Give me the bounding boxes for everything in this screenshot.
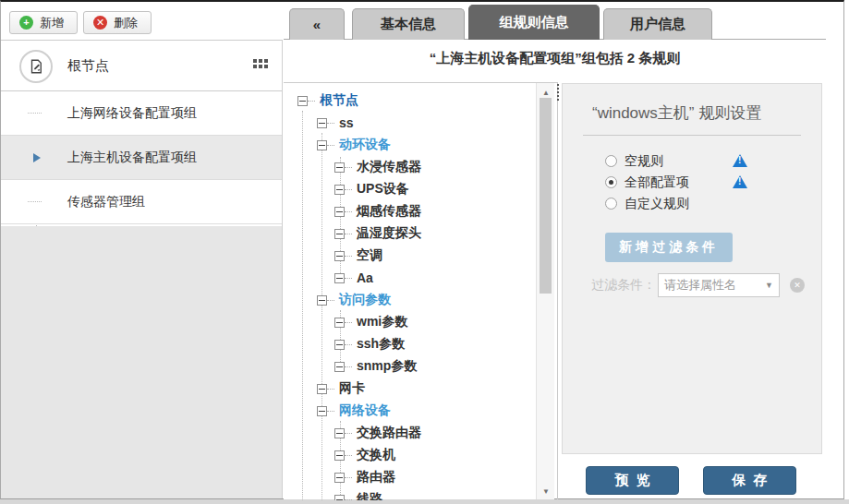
radio-icon[interactable]: [605, 155, 617, 167]
tab-user-info[interactable]: 用户信息: [603, 8, 712, 40]
tree-stub: [28, 113, 42, 114]
tab-basic-info[interactable]: 基本信息: [352, 8, 465, 40]
tab-label: 用户信息: [630, 16, 685, 33]
warning-triangle-icon: [733, 175, 747, 188]
tree-node-aircon[interactable]: 空调: [284, 245, 536, 267]
tree-stub: [28, 201, 42, 202]
tree-node-access-params[interactable]: 访问参数: [284, 289, 536, 311]
radio-icon[interactable]: [605, 198, 617, 210]
sidebar-item-label: 上海主机设备配置项组: [67, 150, 197, 166]
collapse-box-icon[interactable]: [297, 96, 308, 106]
delete-button[interactable]: ✕ 删除: [83, 11, 152, 34]
screen: + 新增 ✕ 删除 根节点: [0, 0, 849, 504]
tree-node-ups[interactable]: UPS设备: [284, 178, 536, 200]
collapse-box-icon[interactable]: [317, 295, 327, 306]
grid-menu-icon[interactable]: [253, 59, 269, 69]
option-empty-rule[interactable]: 空规则: [605, 150, 762, 172]
ci-tree-panel: 根节点 ss 动环设备 水浸传感器 UPS设备 烟感传感器 温湿度探头 空调 A…: [284, 83, 536, 500]
radio-selected-icon[interactable]: [605, 176, 617, 188]
tab-label: 基本信息: [381, 16, 436, 33]
plus-icon: +: [19, 16, 33, 30]
root-node-label: 根节点: [67, 57, 109, 75]
collapse-box-icon[interactable]: [317, 140, 327, 150]
tree-node-root[interactable]: 根节点: [284, 90, 536, 112]
option-custom-rule[interactable]: 自定义规则: [605, 193, 762, 214]
toolbar: + 新增 ✕ 删除: [1, 2, 283, 40]
caret-down-icon: ▼: [765, 281, 773, 290]
edit-document-icon: [19, 50, 53, 83]
select-placeholder: 请选择属性名: [664, 277, 736, 294]
tree-node-temp-humidity[interactable]: 温湿度探头: [284, 222, 536, 245]
rule-title-underline: “windows主机” 规则设置: [583, 102, 801, 136]
save-button[interactable]: 保存: [703, 466, 796, 495]
collapse-box-icon[interactable]: [334, 362, 345, 372]
collapse-box-icon[interactable]: [334, 162, 345, 173]
option-all-config-items[interactable]: 全部配置项: [605, 172, 762, 193]
scrollbar-thumb[interactable]: [540, 98, 552, 294]
group-sidebar: 根节点 上海网络设备配置项组 上海主机设备配置项组 传感器管理组: [1, 40, 283, 498]
delete-button-label: 删除: [114, 15, 138, 31]
rule-settings-title: “windows主机” 规则设置: [592, 102, 799, 135]
collapse-box-icon[interactable]: [317, 118, 327, 128]
collapse-box-icon[interactable]: [334, 495, 345, 501]
scroll-down-icon[interactable]: ▼: [537, 484, 555, 498]
sidebar-item-label: 传感器管理组: [67, 194, 145, 210]
collapse-box-icon[interactable]: [334, 229, 345, 239]
filter-condition-row: 过滤条件： 请选择属性名 ▼ ✕: [591, 273, 821, 297]
add-button-label: 新增: [40, 15, 64, 31]
sidebar-item-label: 上海网络设备配置项组: [67, 105, 197, 122]
sidebar-item-network-group[interactable]: 上海网络设备配置项组: [1, 91, 282, 136]
tree-node-nic[interactable]: 网卡: [284, 378, 536, 400]
tree-node-smoke-sensor[interactable]: 烟感传感器: [284, 200, 536, 222]
tree-node-switch-router[interactable]: 交换路由器: [284, 422, 536, 444]
tab-group-rule-info[interactable]: 组规则信息: [468, 5, 600, 40]
tree-node-router[interactable]: 路由器: [284, 466, 536, 488]
tree-node-env-devices[interactable]: 动环设备: [284, 134, 536, 156]
rule-type-options: 空规则 全部配置项 自定义规则: [605, 150, 821, 214]
tree-node-switch[interactable]: 交换机: [284, 444, 536, 466]
attribute-name-select[interactable]: 请选择属性名 ▼: [658, 273, 780, 297]
add-filter-condition-button[interactable]: 新增过滤条件: [605, 233, 733, 262]
tab-collapse[interactable]: «: [289, 8, 345, 40]
tree-node-line[interactable]: 线路: [284, 488, 536, 500]
tree-node-snmp[interactable]: snmp参数: [284, 355, 536, 378]
collapse-box-icon[interactable]: [334, 251, 345, 261]
collapse-box-icon[interactable]: [334, 340, 345, 350]
remove-filter-icon[interactable]: ✕: [790, 278, 805, 293]
x-icon: ✕: [93, 16, 107, 30]
sidebar-item-sensor-group[interactable]: 传感器管理组: [1, 180, 282, 224]
collapse-box-icon[interactable]: [334, 473, 345, 483]
collapse-box-icon[interactable]: [334, 450, 345, 461]
divider-drag-handle[interactable]: [557, 84, 560, 101]
tree-node-wmi[interactable]: wmi参数: [284, 311, 536, 333]
tree-node-water-sensor[interactable]: 水浸传感器: [284, 156, 536, 178]
preview-button[interactable]: 预览: [586, 466, 679, 495]
warning-triangle-icon: [733, 154, 747, 167]
tab-label: 组规则信息: [500, 14, 569, 31]
collapse-box-icon[interactable]: [334, 273, 345, 283]
tree-node-network-devices[interactable]: 网络设备: [284, 400, 536, 422]
collapse-box-icon[interactable]: [317, 384, 327, 394]
sidebar-filler: [1, 226, 282, 498]
collapse-box-icon[interactable]: [334, 207, 345, 217]
group-rule-summary: “上海主机设备配置项组”组包括 2 条规则: [284, 50, 826, 67]
rule-settings-card: “windows主机” 规则设置 空规则 全部配置项 自定义规则 新: [562, 83, 822, 454]
sidebar-root-header[interactable]: 根节点: [1, 40, 282, 91]
selected-arrow-icon: [33, 153, 41, 162]
app-window: + 新增 ✕ 删除 根节点: [0, 0, 844, 499]
sidebar-item-host-group-selected[interactable]: 上海主机设备配置项组: [1, 136, 282, 180]
tree-scrollbar[interactable]: ▲ ▼: [536, 83, 554, 500]
tree-node-ssh[interactable]: ssh参数: [284, 333, 536, 355]
tree-node-aa[interactable]: Aa: [284, 267, 536, 289]
collapse-box-icon[interactable]: [334, 185, 345, 195]
panel-divider: [557, 82, 558, 500]
collapse-box-icon[interactable]: [317, 406, 327, 416]
collapse-box-icon[interactable]: [334, 428, 345, 438]
tree-node-ss[interactable]: ss: [284, 112, 536, 134]
filter-condition-label: 过滤条件：: [591, 277, 656, 294]
add-button[interactable]: + 新增: [9, 11, 78, 34]
collapse-box-icon[interactable]: [334, 318, 345, 328]
collapse-chevrons-icon: «: [313, 17, 321, 32]
